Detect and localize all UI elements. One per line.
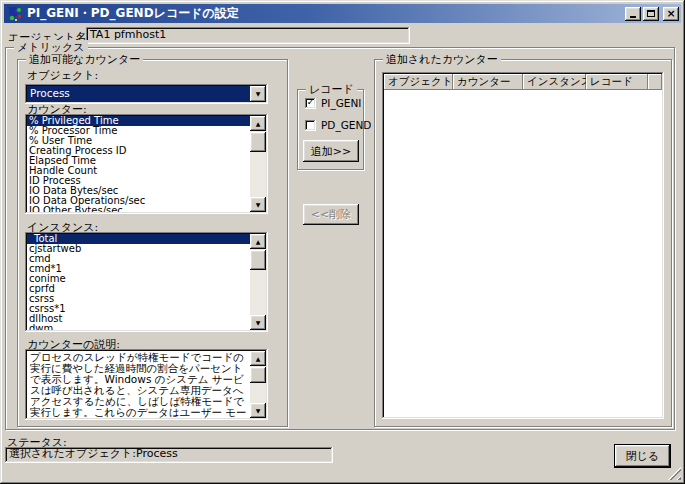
column-header[interactable]: カウンター bbox=[453, 74, 523, 90]
counter-list-item[interactable]: IO Data Bytes/sec bbox=[27, 186, 250, 196]
arrow-down-icon: ▼ bbox=[256, 202, 261, 208]
counter-description-text: プロセスのスレッドが特権モードでコードの実行に費やした経過時間の割合をパーセント… bbox=[27, 351, 250, 418]
counter-list-item[interactable]: IO Other Bytes/sec bbox=[27, 206, 250, 212]
dialog-window: PI_GENI・PD_GENDレコードの設定 × エージェント名: TA1 pf… bbox=[0, 0, 685, 484]
scroll-down-button[interactable]: ▼ bbox=[250, 315, 266, 330]
instance-list-item[interactable]: csrss*1 bbox=[27, 304, 250, 314]
counter-list-item[interactable]: % Processor Time bbox=[27, 126, 250, 136]
arrow-up-icon: ▲ bbox=[256, 121, 261, 127]
scroll-up-button[interactable]: ▲ bbox=[250, 234, 266, 249]
instance-list-item[interactable]: _Total bbox=[27, 234, 250, 244]
checkbox-icon[interactable]: ✓ bbox=[305, 98, 316, 109]
remove-button[interactable]: <<削除 bbox=[303, 204, 359, 225]
minimize-icon bbox=[630, 16, 636, 18]
dropdown-button[interactable]: ▼ bbox=[250, 86, 266, 102]
column-header[interactable]: インスタンス bbox=[523, 74, 586, 90]
record-checkbox-pd-gend[interactable]: ✓ PD_GEND bbox=[305, 119, 371, 131]
app-icon bbox=[7, 6, 23, 22]
arrow-down-icon: ▼ bbox=[256, 320, 261, 326]
counter-list-item[interactable]: Handle Count bbox=[27, 166, 250, 176]
chevron-down-icon: ▼ bbox=[256, 91, 261, 97]
available-counters-group-label: 追加可能なカウンター bbox=[26, 52, 143, 67]
object-select[interactable]: Process ▼ bbox=[25, 84, 268, 104]
instance-scrollbar[interactable]: ▲ ▼ bbox=[250, 234, 266, 330]
instance-list-item[interactable]: conime bbox=[27, 274, 250, 284]
counter-list-item[interactable]: % User Time bbox=[27, 136, 250, 146]
check-icon: ✓ bbox=[307, 98, 315, 107]
title-bar[interactable]: PI_GENI・PD_GENDレコードの設定 × bbox=[4, 4, 681, 23]
checkbox-label: PD_GEND bbox=[321, 119, 371, 131]
status-field: 選択されたオブジェクト:Process bbox=[5, 447, 333, 463]
counter-description-box[interactable]: プロセスのスレッドが特権モードでコードの実行に費やした経過時間の割合をパーセント… bbox=[25, 349, 268, 420]
instance-list-item[interactable]: cprfd bbox=[27, 284, 250, 294]
instance-list-item[interactable]: csrss bbox=[27, 294, 250, 304]
arrow-down-icon: ▼ bbox=[256, 408, 261, 414]
counter-list-item[interactable]: Elapsed Time bbox=[27, 156, 250, 166]
instance-list-item[interactable]: dwm bbox=[27, 324, 250, 330]
record-checkbox-pi-geni[interactable]: ✓ PI_GENI bbox=[305, 97, 361, 109]
object-label: オブジェクト: bbox=[27, 68, 98, 83]
checkbox-label: PI_GENI bbox=[321, 97, 361, 109]
column-header[interactable]: オブジェクト bbox=[384, 74, 453, 90]
instance-list-item[interactable]: dllhost bbox=[27, 314, 250, 324]
added-counters-body[interactable] bbox=[384, 90, 662, 417]
minimize-button[interactable] bbox=[625, 7, 641, 21]
counter-list-item[interactable]: % Privileged Time bbox=[27, 116, 250, 126]
object-selected-value: Process bbox=[27, 86, 250, 102]
column-header[interactable]: レコード bbox=[586, 74, 648, 90]
counter-listbox[interactable]: % Privileged Time% Processor Time% User … bbox=[25, 114, 268, 214]
added-counters-list[interactable]: オブジェクトカウンターインスタンスレコード bbox=[382, 72, 664, 419]
scrollbar-thumb[interactable] bbox=[250, 250, 266, 270]
window-title: PI_GENI・PD_GENDレコードの設定 bbox=[27, 5, 623, 22]
added-counters-group-label: 追加されたカウンター bbox=[383, 52, 501, 67]
counter-scrollbar[interactable]: ▲ ▼ bbox=[250, 116, 266, 212]
add-button[interactable]: 追加>> bbox=[303, 140, 359, 162]
maximize-icon bbox=[647, 10, 655, 17]
close-button[interactable]: × bbox=[663, 7, 679, 21]
scroll-down-button[interactable]: ▼ bbox=[250, 403, 266, 418]
scrollbar-thumb[interactable] bbox=[250, 367, 266, 383]
added-counters-header: オブジェクトカウンターインスタンスレコード bbox=[384, 74, 662, 90]
scroll-up-button[interactable]: ▲ bbox=[250, 116, 266, 131]
instance-listbox[interactable]: _Totalcjstartwebcmdcmd*1conimecprfdcsrss… bbox=[25, 232, 268, 332]
instance-list-item[interactable]: cmd*1 bbox=[27, 264, 250, 274]
agent-name-field[interactable]: TA1 pfmhost1 bbox=[86, 27, 410, 44]
arrow-up-icon: ▲ bbox=[256, 356, 261, 362]
checkbox-icon[interactable]: ✓ bbox=[305, 120, 316, 131]
counter-list-item[interactable]: IO Data Operations/sec bbox=[27, 196, 250, 206]
resize-grip[interactable] bbox=[668, 467, 681, 480]
close-icon: × bbox=[666, 8, 675, 20]
instance-list-item[interactable]: cjstartweb bbox=[27, 244, 250, 254]
instance-list-item[interactable]: cmd bbox=[27, 254, 250, 264]
record-group-label: レコード bbox=[306, 82, 357, 97]
close-dialog-button[interactable]: 閉じる bbox=[614, 444, 671, 468]
arrow-up-icon: ▲ bbox=[256, 239, 261, 245]
maximize-button[interactable] bbox=[643, 7, 659, 21]
scroll-up-button[interactable]: ▲ bbox=[250, 351, 266, 366]
description-scrollbar[interactable]: ▲ ▼ bbox=[250, 351, 266, 418]
counter-list-item[interactable]: Creating Process ID bbox=[27, 146, 250, 156]
counter-list-item[interactable]: ID Process bbox=[27, 176, 250, 186]
scroll-down-button[interactable]: ▼ bbox=[250, 197, 266, 212]
scrollbar-thumb[interactable] bbox=[250, 132, 266, 152]
